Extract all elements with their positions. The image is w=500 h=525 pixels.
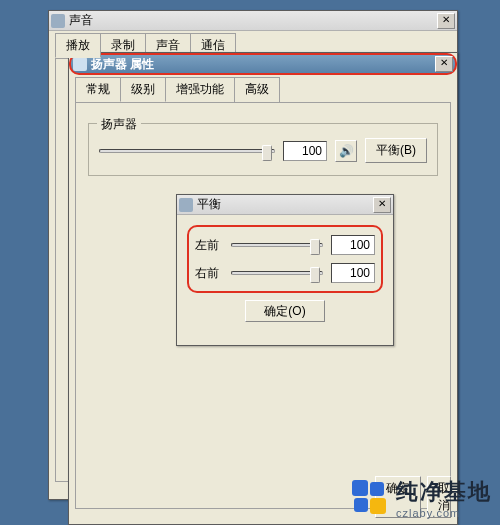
- right-front-label: 右前: [195, 265, 223, 282]
- slider-thumb[interactable]: [262, 145, 272, 161]
- speaker-volume-value: 100: [283, 141, 327, 161]
- properties-buttons: 确定 取消: [375, 476, 451, 518]
- properties-tabs: 常规 级别 增强功能 高级: [75, 77, 451, 102]
- balance-highlight: 左前 100 右前 100: [187, 225, 383, 293]
- close-icon[interactable]: ✕: [437, 13, 455, 29]
- slider-thumb[interactable]: [310, 239, 320, 255]
- groupbox-label: 扬声器: [97, 116, 141, 133]
- right-front-slider[interactable]: [231, 271, 323, 275]
- close-icon[interactable]: ✕: [435, 56, 453, 72]
- balance-window: 平衡 ✕ 左前 100 右前 100 确定(O): [176, 194, 394, 346]
- tab-levels[interactable]: 级别: [120, 77, 166, 102]
- sound-titlebar[interactable]: 声音 ✕: [49, 11, 457, 31]
- properties-title: 扬声器 属性: [91, 56, 435, 73]
- speaker-volume-slider[interactable]: [99, 149, 275, 153]
- left-front-label: 左前: [195, 237, 223, 254]
- balance-button[interactable]: 平衡(B): [365, 138, 427, 163]
- tab-general[interactable]: 常规: [75, 77, 121, 102]
- tab-playback[interactable]: 播放: [55, 33, 101, 58]
- sound-window-title: 声音: [69, 12, 437, 29]
- right-front-value: 100: [331, 263, 375, 283]
- balance-title: 平衡: [197, 196, 373, 213]
- close-icon[interactable]: ✕: [373, 197, 391, 213]
- slider-thumb[interactable]: [310, 267, 320, 283]
- left-front-value: 100: [331, 235, 375, 255]
- sound-window-icon: [51, 14, 65, 28]
- properties-titlebar[interactable]: 扬声器 属性 ✕: [69, 53, 457, 75]
- speaker-window-icon: [73, 57, 87, 71]
- balance-ok-button[interactable]: 确定(O): [245, 300, 324, 322]
- ok-button[interactable]: 确定: [375, 476, 421, 518]
- speaker-groupbox: 扬声器 100 🔊 平衡(B): [88, 123, 438, 176]
- tab-advanced[interactable]: 高级: [234, 77, 280, 102]
- balance-titlebar[interactable]: 平衡 ✕: [177, 195, 393, 215]
- left-front-slider[interactable]: [231, 243, 323, 247]
- cancel-button[interactable]: 取消: [427, 476, 451, 518]
- tab-enhancements[interactable]: 增强功能: [165, 77, 235, 102]
- balance-window-icon: [179, 198, 193, 212]
- speaker-icon[interactable]: 🔊: [335, 140, 357, 162]
